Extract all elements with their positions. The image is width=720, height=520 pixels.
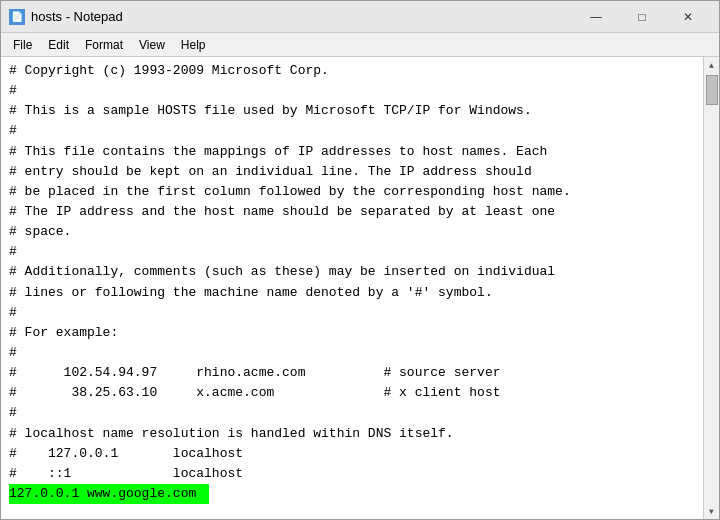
- app-icon: 📄: [9, 9, 25, 25]
- text-line: # entry should be kept on an individual …: [9, 162, 695, 182]
- menu-edit[interactable]: Edit: [40, 36, 77, 54]
- text-content[interactable]: # Copyright (c) 1993-2009 Microsoft Corp…: [1, 57, 703, 519]
- text-line: #: [9, 303, 695, 323]
- menu-view[interactable]: View: [131, 36, 173, 54]
- text-line: #: [9, 343, 695, 363]
- scroll-track[interactable]: [704, 73, 719, 503]
- menu-file[interactable]: File: [5, 36, 40, 54]
- window-controls: — □ ✕: [573, 1, 711, 33]
- text-line: #: [9, 242, 695, 262]
- text-line: # 102.54.94.97 rhino.acme.com # source s…: [9, 363, 695, 383]
- text-line: # The IP address and the host name shoul…: [9, 202, 695, 222]
- text-line: # lines or following the machine name de…: [9, 283, 695, 303]
- title-bar-left: 📄 hosts - Notepad: [9, 9, 123, 25]
- text-line: #: [9, 81, 695, 101]
- text-line: # space.: [9, 222, 695, 242]
- text-line: #: [9, 403, 695, 423]
- text-line: # ::1 localhost: [9, 464, 695, 484]
- text-line: #: [9, 121, 695, 141]
- window-title: hosts - Notepad: [31, 9, 123, 24]
- text-line: # 127.0.0.1 localhost: [9, 444, 695, 464]
- text-line: # Copyright (c) 1993-2009 Microsoft Corp…: [9, 61, 695, 81]
- text-line: # This file contains the mappings of IP …: [9, 142, 695, 162]
- title-bar: 📄 hosts - Notepad — □ ✕: [1, 1, 719, 33]
- vertical-scrollbar[interactable]: ▲ ▼: [703, 57, 719, 519]
- notepad-window: 📄 hosts - Notepad — □ ✕ File Edit Format…: [0, 0, 720, 520]
- text-line: # be placed in the first column followed…: [9, 182, 695, 202]
- menu-bar: File Edit Format View Help: [1, 33, 719, 57]
- close-button[interactable]: ✕: [665, 1, 711, 33]
- text-line: # localhost name resolution is handled w…: [9, 424, 695, 444]
- scroll-down-arrow[interactable]: ▼: [704, 503, 720, 519]
- editor-area: # Copyright (c) 1993-2009 Microsoft Corp…: [1, 57, 719, 519]
- menu-help[interactable]: Help: [173, 36, 214, 54]
- text-line: # For example:: [9, 323, 695, 343]
- scroll-up-arrow[interactable]: ▲: [704, 57, 720, 73]
- text-line: # 38.25.63.10 x.acme.com # x client host: [9, 383, 695, 403]
- highlighted-text-line: 127.0.0.1 www.google.com: [9, 484, 695, 504]
- minimize-button[interactable]: —: [573, 1, 619, 33]
- text-line: # This is a sample HOSTS file used by Mi…: [9, 101, 695, 121]
- scroll-thumb[interactable]: [706, 75, 718, 105]
- menu-format[interactable]: Format: [77, 36, 131, 54]
- maximize-button[interactable]: □: [619, 1, 665, 33]
- text-line: # Additionally, comments (such as these)…: [9, 262, 695, 282]
